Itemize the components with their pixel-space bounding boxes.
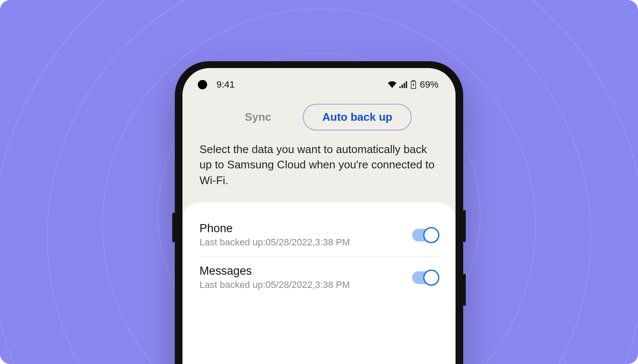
front-camera — [198, 80, 207, 89]
item-subtitle: Last backed up:05/28/2022,3:38 PM — [199, 279, 412, 290]
list-item[interactable]: Phone Last backed up:05/28/2022,3:38 PM — [199, 214, 439, 256]
toggle-knob — [423, 227, 439, 243]
svg-rect-3 — [406, 81, 407, 88]
status-bar: 9:41 — [182, 68, 456, 94]
item-title: Phone — [199, 222, 412, 235]
svg-rect-0 — [399, 86, 401, 88]
item-subtitle: Last backed up:05/28/2022,3:38 PM — [199, 237, 412, 248]
tab-bar: Sync Auto back up — [182, 94, 456, 131]
svg-rect-1 — [402, 85, 403, 88]
backup-list: Phone Last backed up:05/28/2022,3:38 PM … — [182, 202, 456, 364]
status-icons: 69% — [388, 79, 439, 90]
item-title: Messages — [199, 264, 412, 278]
wifi-icon — [388, 81, 396, 88]
tab-auto-backup[interactable]: Auto back up — [303, 104, 412, 131]
phone-side-button — [463, 274, 466, 306]
toggle-switch[interactable] — [412, 229, 439, 242]
toggle-knob — [423, 270, 439, 286]
signal-icon — [399, 81, 408, 88]
promo-canvas: 9:41 — [0, 0, 638, 364]
phone-screen: 9:41 — [182, 68, 456, 364]
phone-frame: 9:41 — [175, 61, 463, 364]
list-item[interactable]: Messages Last backed up:05/28/2022,3:38 … — [199, 256, 439, 299]
status-time: 9:41 — [216, 79, 235, 90]
phone-side-button — [172, 213, 175, 242]
battery-icon — [411, 80, 416, 89]
svg-rect-2 — [404, 83, 405, 88]
battery-percentage: 69% — [420, 79, 439, 90]
description-text: Select the data you want to automaticall… — [182, 131, 456, 202]
phone-side-button — [463, 210, 466, 242]
toggle-switch[interactable] — [412, 271, 439, 284]
tab-sync[interactable]: Sync — [226, 105, 290, 130]
